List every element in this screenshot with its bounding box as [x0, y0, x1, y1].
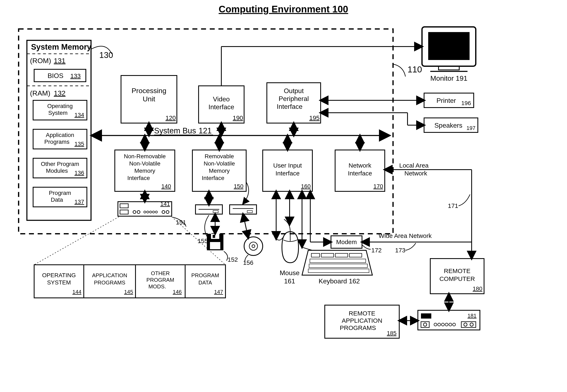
svg-line-96 [34, 217, 119, 265]
svg-text:Output: Output [284, 87, 304, 95]
svg-point-64 [249, 242, 258, 250]
svg-point-46 [152, 211, 154, 213]
svg-point-49 [166, 210, 169, 213]
svg-rect-70 [321, 253, 334, 257]
svg-text:Application: Application [46, 132, 74, 138]
svg-point-48 [162, 210, 165, 213]
svg-text:System: System [48, 110, 68, 116]
monitor-label: Monitor [430, 74, 454, 82]
apps-ref: 135 [74, 141, 84, 147]
computer-ref: 110 [408, 65, 422, 74]
pdata-ref: 137 [74, 199, 84, 205]
mouse-icon [282, 219, 299, 263]
processing-unit-ref: 120 [166, 114, 176, 121]
svg-text:Interface: Interface [208, 103, 234, 111]
svg-text:PROGRAM: PROGRAM [146, 277, 174, 283]
svg-point-123 [445, 323, 448, 326]
net-if-ref: 170 [373, 183, 383, 189]
svg-text:OPERATING: OPERATING [42, 272, 76, 279]
video-if-ref: 190 [233, 114, 243, 121]
svg-text:Non-Volatile: Non-Volatile [204, 160, 235, 167]
svg-text:PROGRAMS: PROGRAMS [340, 324, 376, 331]
svg-point-119 [423, 323, 427, 326]
ram-ref: 132 [54, 89, 66, 97]
svg-rect-75 [308, 269, 369, 273]
nonrem-ref: 140 [161, 183, 171, 189]
svg-text:MODS.: MODS. [148, 283, 166, 290]
svg-text:Unit: Unit [143, 95, 155, 103]
remote-media-ref: 181 [468, 313, 476, 319]
mouse-label: Mouse [280, 269, 300, 277]
svg-rect-117 [421, 313, 431, 319]
wan-ref: 173 [395, 247, 405, 254]
svg-rect-74 [309, 264, 367, 268]
svg-text:Interface: Interface [348, 170, 372, 177]
lan-ref: 171 [448, 202, 458, 209]
svg-point-47 [155, 211, 157, 213]
hdd-drive-ref: 151 [176, 219, 186, 226]
sysmem-ref: 130 [99, 51, 113, 60]
printer-label: Printer [436, 97, 456, 104]
svg-text:Keyboard
     
    162: Keyboard 162 [318, 277, 360, 285]
speakers-label: Speakers [434, 122, 462, 129]
svg-text:Modules: Modules [46, 168, 68, 174]
speakers-ref: 197 [467, 125, 475, 131]
svg-line-66 [243, 214, 248, 238]
svg-text:Processing: Processing [132, 87, 166, 95]
svg-text:PROGRAM: PROGRAM [191, 272, 219, 279]
svg-text:SYSTEM: SYSTEM [47, 279, 71, 286]
svg-rect-86 [428, 32, 470, 60]
svg-point-124 [449, 323, 452, 326]
hdd-ref: 141 [160, 201, 170, 207]
remote-apps-ref: 185 [387, 330, 397, 336]
svg-text:Network: Network [348, 162, 372, 169]
svg-point-63 [244, 237, 263, 255]
svg-text:Other Program: Other Program [41, 161, 79, 167]
hdd-table: OPERATING SYSTEM 144 APPLICATION PROGRAM… [34, 265, 225, 298]
svg-text:REMOTE: REMOTE [349, 310, 375, 317]
sysmem-header: System Memory [31, 42, 91, 51]
mouse-ref: 161 [284, 277, 295, 285]
cd-ref: 156 [243, 259, 253, 266]
svg-text:PROGRAMS: PROGRAMS [94, 280, 125, 286]
system-memory-block: System Memory 130 (ROM) 131 BIOS 133 (RA… [27, 40, 113, 220]
svg-text:Monitor
     
    191: Monitor 191 [430, 74, 468, 82]
svg-text:Non-Removable: Non-Removable [124, 153, 166, 159]
svg-point-45 [150, 211, 152, 213]
svg-text:Removable: Removable [205, 153, 234, 159]
svg-rect-40 [120, 210, 128, 214]
hdd-pdata-ref: 147 [214, 289, 223, 295]
rom-ref: 131 [54, 57, 66, 65]
svg-point-121 [438, 323, 441, 326]
rom-label: (ROM) [30, 57, 51, 65]
svg-text:Non-Volatile: Non-Volatile [129, 160, 161, 167]
svg-text:Data: Data [51, 196, 63, 203]
diagram-root: Computing Environment 100 110 System Mem… [0, 0, 567, 392]
svg-point-42 [137, 210, 140, 213]
svg-point-125 [453, 323, 456, 326]
svg-rect-39 [120, 204, 128, 208]
svg-point-44 [147, 211, 149, 213]
system-bus-label: System Bus [154, 126, 196, 135]
other-ref: 136 [74, 170, 84, 176]
svg-text:Interface: Interface [127, 175, 150, 181]
floppy-drive-icon [195, 205, 222, 214]
system-bus-ref: 121 [199, 126, 212, 135]
svg-text:Memory: Memory [209, 168, 230, 174]
svg-point-127 [464, 323, 467, 326]
svg-rect-71 [335, 253, 348, 257]
svg-text:REMOTE: REMOTE [444, 267, 470, 274]
svg-point-120 [434, 323, 437, 326]
svg-text:DATA: DATA [198, 280, 212, 286]
svg-text:OTHER: OTHER [151, 270, 170, 276]
svg-text:Program: Program [49, 190, 71, 196]
bios-ref: 133 [70, 72, 81, 79]
svg-rect-61 [210, 242, 220, 249]
wan-label: Wide Area Network [379, 232, 432, 239]
svg-point-65 [252, 245, 255, 248]
svg-text:APPLICATION: APPLICATION [92, 272, 127, 279]
svg-rect-118 [421, 322, 429, 327]
hdd-os-ref: 144 [72, 289, 81, 295]
svg-text:Operating: Operating [47, 103, 73, 109]
svg-rect-53 [213, 210, 218, 213]
